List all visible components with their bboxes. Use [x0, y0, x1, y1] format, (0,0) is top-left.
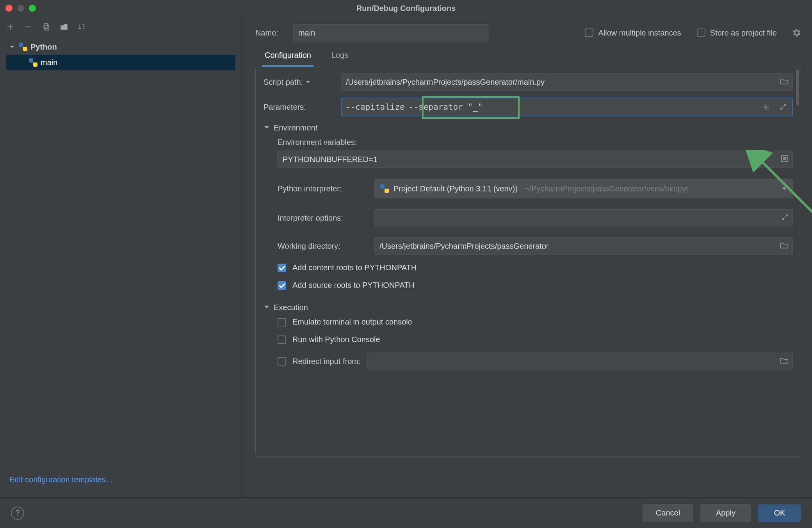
expand-icon[interactable] — [782, 214, 789, 223]
source-roots-checkbox[interactable]: Add source roots to PYTHONPATH — [278, 281, 793, 290]
interpreter-label: Python interpreter: — [278, 184, 367, 193]
sort-config-button[interactable] — [77, 22, 87, 32]
window-title: Run/Debug Configurations — [0, 4, 812, 13]
parameters-value-b: --separator "_" — [409, 102, 483, 112]
tree-group-label: Python — [30, 43, 57, 52]
config-tree: Python main — [0, 37, 242, 73]
dialog-footer: ? Cancel Apply OK — [0, 498, 812, 528]
chevron-down-icon — [264, 303, 270, 312]
expand-icon[interactable] — [778, 102, 788, 112]
macros-button[interactable] — [761, 102, 771, 112]
environment-section-header[interactable]: Environment — [264, 123, 793, 132]
content-roots-checkbox[interactable]: Add content roots to PYTHONPATH — [278, 263, 793, 272]
python-console-label: Run with Python Console — [292, 335, 380, 344]
parameters-row: Parameters: --capitalize --separator "_" — [264, 98, 793, 116]
working-dir-row: Working directory: /Users/jetbrains/Pych… — [278, 237, 793, 255]
configuration-pane: Script path: /Users/jetbrains/PycharmPro… — [255, 67, 801, 457]
chevron-down-icon[interactable] — [305, 78, 311, 87]
apply-button[interactable]: Apply — [700, 504, 751, 522]
interpreter-options-label: Interpreter options: — [278, 214, 367, 223]
chevron-down-icon — [264, 123, 270, 132]
tree-item-label: main — [41, 58, 57, 67]
remove-config-button[interactable] — [23, 22, 33, 32]
sidebar-toolbar — [0, 17, 242, 37]
working-dir-field[interactable]: /Users/jetbrains/PycharmProjects/passGen… — [374, 237, 793, 255]
env-vars-label: Environment variables: — [278, 138, 793, 147]
parameters-label: Parameters: — [264, 103, 335, 112]
folder-icon[interactable] — [780, 357, 789, 366]
env-vars-field[interactable]: PYTHONUNBUFFERED=1 — [278, 151, 793, 168]
parameters-value-a: --capitalize — [345, 102, 405, 112]
interpreter-options-row: Interpreter options: — [278, 209, 793, 227]
checkbox-icon — [585, 29, 593, 37]
scrollbar-thumb[interactable] — [796, 70, 799, 105]
cancel-button[interactable]: Cancel — [643, 504, 693, 522]
help-button[interactable]: ? — [11, 507, 24, 520]
close-window-icon[interactable] — [5, 5, 12, 12]
tree-group-python[interactable]: Python — [6, 39, 235, 55]
tab-configuration[interactable]: Configuration — [262, 47, 313, 67]
environment-section-body: Environment variables: PYTHONUNBUFFERED=… — [264, 138, 793, 290]
execution-section-body: Emulate terminal in output console Run w… — [264, 318, 793, 370]
working-dir-value: /Users/jetbrains/PycharmProjects/passGen… — [379, 242, 549, 251]
interpreter-value: Project Default (Python 3.11 (venv)) — [394, 184, 518, 193]
parameters-field[interactable]: --capitalize --separator "_" — [341, 98, 793, 116]
folder-icon[interactable] — [780, 77, 789, 87]
execution-section-header[interactable]: Execution — [264, 303, 793, 312]
folder-icon[interactable] — [780, 241, 789, 251]
edit-templates-link-container: Edit configuration templates... — [0, 471, 242, 494]
sidebar: Python main Edit configuration templates… — [0, 17, 242, 498]
store-project-label: Store as project file — [710, 29, 777, 37]
svg-rect-1 — [45, 25, 49, 30]
edit-templates-link[interactable]: Edit configuration templates... — [9, 475, 112, 484]
python-icon — [19, 43, 27, 51]
name-row: Name: main Allow multiple instances Stor… — [255, 24, 801, 41]
redirect-input-label: Redirect input from: — [292, 357, 361, 366]
svg-rect-0 — [44, 24, 48, 29]
allow-multiple-label: Allow multiple instances — [598, 29, 681, 37]
redirect-input-field[interactable] — [367, 353, 793, 370]
interpreter-path-dim: ~/PycharmProjects/passGenerator/venv/bin… — [525, 184, 688, 193]
interpreter-select[interactable]: Project Default (Python 3.11 (venv)) ~/P… — [374, 179, 793, 198]
copy-config-button[interactable] — [41, 22, 51, 32]
checkbox-icon[interactable] — [278, 357, 286, 366]
ok-button[interactable]: OK — [758, 504, 801, 522]
window-controls — [5, 5, 36, 12]
environment-section-label: Environment — [274, 123, 317, 132]
checkbox-checked-icon — [278, 264, 286, 272]
python-icon — [29, 58, 37, 67]
list-icon[interactable] — [781, 155, 789, 164]
allow-multiple-checkbox[interactable]: Allow multiple instances — [585, 29, 681, 37]
content-roots-label: Add content roots to PYTHONPATH — [292, 263, 417, 272]
minimize-window-icon[interactable] — [17, 5, 24, 12]
tree-item-main[interactable]: main — [6, 55, 235, 70]
chevron-down-icon — [782, 184, 787, 193]
source-roots-label: Add source roots to PYTHONPATH — [292, 281, 415, 290]
maximize-window-icon[interactable] — [29, 5, 36, 12]
gear-icon[interactable] — [792, 29, 801, 37]
script-path-value: /Users/jetbrains/PycharmProjects/passGen… — [346, 78, 545, 87]
titlebar: Run/Debug Configurations — [0, 0, 812, 17]
checkbox-icon — [278, 335, 286, 344]
name-value: main — [298, 29, 315, 37]
script-path-label: Script path: — [264, 78, 335, 87]
tabs: Configuration Logs — [255, 47, 801, 67]
interpreter-options-field[interactable] — [374, 209, 793, 227]
chevron-down-icon — [9, 44, 16, 50]
dialog-body: Python main Edit configuration templates… — [0, 17, 812, 498]
store-project-checkbox[interactable]: Store as project file — [697, 29, 777, 37]
script-path-row: Script path: /Users/jetbrains/PycharmPro… — [264, 73, 793, 91]
save-config-button[interactable] — [59, 22, 69, 32]
tab-logs[interactable]: Logs — [329, 47, 351, 67]
execution-section-label: Execution — [274, 303, 308, 312]
main-panel: Name: main Allow multiple instances Stor… — [242, 17, 812, 498]
add-config-button[interactable] — [5, 22, 15, 32]
script-path-field[interactable]: /Users/jetbrains/PycharmProjects/passGen… — [341, 73, 793, 91]
checkbox-icon — [278, 318, 286, 326]
emulate-terminal-checkbox[interactable]: Emulate terminal in output console — [278, 318, 793, 326]
name-field[interactable]: main — [293, 24, 488, 41]
name-label: Name: — [255, 29, 278, 37]
python-console-checkbox[interactable]: Run with Python Console — [278, 335, 793, 344]
checkbox-checked-icon — [278, 281, 286, 290]
redirect-input-row: Redirect input from: — [278, 353, 793, 370]
